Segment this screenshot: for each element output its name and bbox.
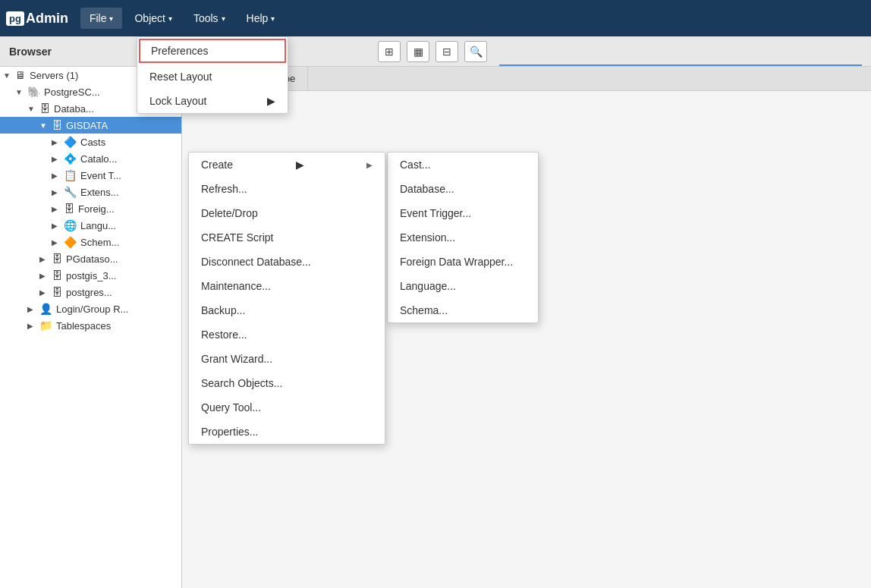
ctx-refresh-label: Refresh...	[201, 183, 247, 195]
tree-label-databases: Databa...	[54, 103, 94, 115]
sub-language-label: Language...	[400, 280, 456, 292]
menu-item-reset-layout[interactable]: Reset Layout	[137, 64, 288, 89]
ctx-disconnect[interactable]: Disconnect Database...	[189, 250, 385, 274]
ctx-delete-drop[interactable]: Delete/Drop	[189, 201, 385, 225]
sub-cast-label: Cast...	[400, 159, 430, 171]
ctx-grant-wizard[interactable]: Grant Wizard...	[189, 347, 385, 371]
tree-item-postgis3[interactable]: ▶🗄postgis_3...	[0, 267, 181, 284]
tree-toggle-logingroup: ▶	[27, 305, 39, 313]
ctx-backup[interactable]: Backup...	[189, 298, 385, 322]
ctx-disconnect-label: Disconnect Database...	[201, 256, 311, 268]
tree-label-gisdata: GISDATA	[66, 120, 108, 131]
tree-toggle-catalogs: ▶	[52, 155, 64, 163]
menu-tools[interactable]: Tools ▾	[184, 8, 234, 29]
menu-help-label: Help	[247, 12, 269, 24]
ctx-grant-wizard-label: Grant Wizard...	[201, 353, 272, 365]
ctx-restore[interactable]: Restore...	[189, 322, 385, 347]
ctx-maintenance-label: Maintenance...	[201, 280, 271, 292]
tree-toggle-gisdata: ▼	[39, 121, 52, 130]
tree-toggle-databases: ▼	[27, 105, 39, 113]
tree-label-casts: Casts	[80, 137, 105, 148]
topbar: pg Admin File ▾ Object ▾ Tools ▾ Help ▾	[0, 0, 871, 36]
sub-event-trigger[interactable]: Event Trigger...	[388, 201, 538, 225]
tree-icon-casts: 🔷	[64, 136, 77, 148]
tree-label-pgdataso: PGdataso...	[66, 253, 118, 265]
tree-icon-postgres: 🐘	[27, 86, 40, 98]
tree-icon-eventtriggers: 📋	[64, 169, 77, 181]
reset-layout-label: Reset Layout	[149, 71, 212, 83]
tree-item-eventtriggers[interactable]: ▶📋Event T...	[0, 167, 181, 184]
tree-icon-databases: 🗄	[39, 102, 50, 115]
ctx-create-script[interactable]: CREATE Script	[189, 225, 385, 250]
logo-area: pg Admin	[6, 11, 68, 27]
preferences-label: Preferences	[151, 45, 208, 57]
tree-item-pgdataso[interactable]: ▶🗄PGdataso...	[0, 250, 181, 267]
toolbar-table-icon[interactable]: ▦	[407, 41, 429, 62]
menu-file[interactable]: File ▾	[80, 8, 123, 29]
tree-icon-tablespaces: 📁	[39, 319, 52, 332]
tree-item-schemas[interactable]: ▶🔶Schem...	[0, 234, 181, 250]
toolbar-grid-icon[interactable]: ⊞	[378, 41, 401, 62]
tree-item-foreigndata[interactable]: ▶🗄Foreig...	[0, 200, 181, 217]
tree-label-postgis3: postgis_3...	[66, 270, 117, 281]
tree-icon-postgres2: 🗄	[52, 286, 62, 298]
tree-item-postgres2[interactable]: ▶🗄postgres...	[0, 284, 181, 300]
ctx-query-tool[interactable]: Query Tool...	[189, 395, 385, 420]
ctx-properties[interactable]: Properties...	[189, 420, 385, 444]
tree-toggle-postgres2: ▶	[39, 288, 52, 297]
lock-layout-arrow-icon: ▶	[267, 95, 275, 107]
tree-toggle-languages: ▶	[52, 222, 64, 230]
tree-toggle-tablespaces: ▶	[27, 322, 39, 330]
tree-icon-pgdataso: 🗄	[52, 253, 62, 265]
tree-toggle-eventtriggers: ▶	[52, 171, 64, 180]
ctx-create[interactable]: Create ▶	[189, 153, 385, 177]
tree-toggle-schemas: ▶	[52, 238, 64, 247]
tree-item-gisdata[interactable]: ▼🗄GISDATA	[0, 117, 181, 134]
ctx-search-objects[interactable]: Search Objects...	[189, 371, 385, 395]
file-caret-icon: ▾	[109, 14, 113, 23]
object-caret-icon: ▾	[168, 14, 172, 23]
tree-icon-logingroup: 👤	[39, 303, 52, 315]
menu-item-lock-layout[interactable]: Lock Layout ▶	[137, 89, 288, 113]
tree-icon-foreigndata: 🗄	[64, 203, 74, 215]
lock-layout-label: Lock Layout	[149, 95, 207, 107]
tree-item-logingroup[interactable]: ▶👤Login/Group R...	[0, 300, 181, 317]
sub-cast[interactable]: Cast...	[388, 153, 538, 177]
ctx-maintenance[interactable]: Maintenance...	[189, 274, 385, 298]
ctx-delete-drop-label: Delete/Drop	[201, 207, 258, 219]
sub-language[interactable]: Language...	[388, 274, 538, 298]
tree-label-postgres: PostgreSC...	[44, 86, 100, 98]
ctx-refresh[interactable]: Refresh...	[189, 177, 385, 201]
tree-item-languages[interactable]: ▶🌐Langu...	[0, 217, 181, 234]
menu-help[interactable]: Help ▾	[237, 8, 285, 29]
menu-object[interactable]: Object ▾	[125, 8, 181, 29]
menu-item-preferences[interactable]: Preferences	[139, 39, 286, 63]
tree-item-extensions[interactable]: ▶🔧Extens...	[0, 184, 181, 200]
tree-label-servers: Servers (1)	[30, 70, 78, 81]
sub-schema-label: Schema...	[400, 304, 448, 316]
sub-foreign-data-wrapper[interactable]: Foreign Data Wrapper...	[388, 250, 538, 274]
sub-database[interactable]: Database...	[388, 177, 538, 201]
tree-item-catalogs[interactable]: ▶💠Catalo...	[0, 150, 181, 167]
tree-item-tablespaces[interactable]: ▶📁Tablespaces	[0, 317, 181, 334]
sub-foreign-data-wrapper-label: Foreign Data Wrapper...	[400, 256, 513, 268]
ctx-restore-label: Restore...	[201, 329, 247, 341]
context-menu: Create ▶ Refresh... Delete/Drop CREATE S…	[188, 152, 385, 445]
tree-toggle-foreigndata: ▶	[52, 205, 64, 213]
sub-extension[interactable]: Extension...	[388, 225, 538, 250]
file-dropdown: Preferences Reset Layout Lock Layout ▶	[137, 36, 288, 114]
ctx-create-script-label: CREATE Script	[201, 231, 273, 244]
tree-label-tablespaces: Tablespaces	[56, 320, 111, 332]
tree-label-extensions: Extens...	[80, 187, 119, 198]
tree-label-postgres2: postgres...	[66, 287, 112, 298]
ctx-create-label: Create	[201, 159, 233, 171]
tree-toggle-pgdataso: ▶	[39, 255, 52, 263]
toolbar-filter-icon[interactable]: ⊟	[436, 41, 458, 62]
create-submenu: Cast... Database... Event Trigger... Ext…	[387, 152, 539, 323]
toolbar-search-icon[interactable]: 🔍	[464, 41, 487, 62]
tree-icon-catalogs: 💠	[64, 153, 77, 165]
tree-item-casts[interactable]: ▶🔷Casts	[0, 134, 181, 150]
sub-schema[interactable]: Schema...	[388, 298, 538, 322]
logo-admin: Admin	[26, 11, 68, 27]
browser-bar: Browser ⊞ ▦ ⊟ 🔍	[0, 36, 871, 67]
